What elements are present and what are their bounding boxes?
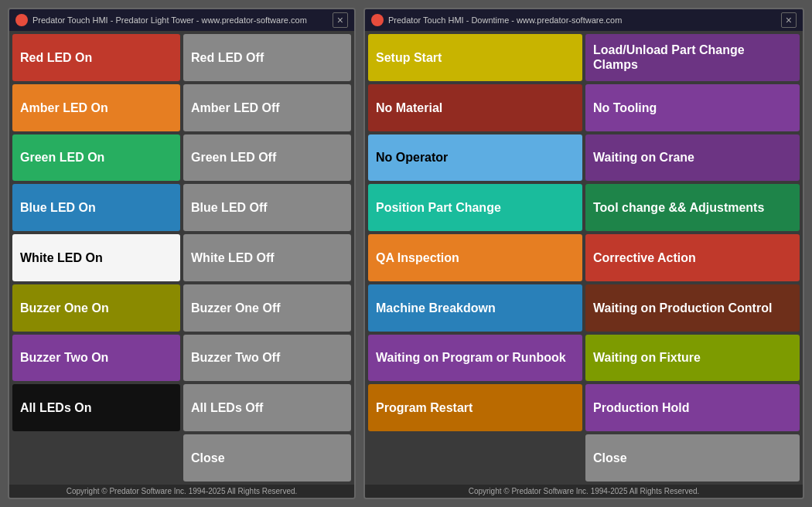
left-btn-14[interactable]: All LEDs On	[12, 384, 180, 431]
left-btn-8[interactable]: White LED On	[12, 234, 180, 281]
right-btn-6[interactable]: Position Part Change	[368, 184, 582, 231]
right-btn-0[interactable]: Setup Start	[368, 34, 582, 81]
left-btn-5[interactable]: Green LED Off	[183, 134, 351, 182]
right-window-icon	[371, 14, 384, 26]
right-btn-17[interactable]: Close	[585, 434, 800, 481]
right-footer: Copyright © Predator Software Inc. 1994-…	[365, 485, 803, 498]
left-btn-3[interactable]: Amber LED Off	[183, 84, 351, 131]
right-close-button[interactable]: ×	[781, 12, 797, 28]
left-btn-16	[12, 434, 180, 481]
left-btn-15[interactable]: All LEDs Off	[183, 384, 351, 431]
left-btn-11[interactable]: Buzzer One Off	[183, 284, 351, 332]
right-btn-5[interactable]: Waiting on Crane	[585, 134, 800, 182]
left-title-text: Predator Touch HMI - Predator Light Towe…	[32, 15, 328, 25]
right-btn-8[interactable]: QA Inspection	[368, 234, 582, 281]
right-btn-2[interactable]: No Material	[368, 84, 582, 131]
right-btn-16	[368, 434, 582, 481]
left-btn-9[interactable]: White LED Off	[183, 234, 351, 281]
left-window-icon	[15, 14, 28, 26]
right-btn-14[interactable]: Program Restart	[368, 384, 582, 431]
right-window: Predator Touch HMI - Downtime - www.pred…	[363, 8, 804, 499]
left-btn-17[interactable]: Close	[183, 434, 351, 481]
right-btn-13[interactable]: Waiting on Fixture	[585, 335, 800, 382]
right-btn-9[interactable]: Corrective Action	[585, 234, 800, 281]
left-btn-13[interactable]: Buzzer Two Off	[183, 335, 351, 382]
right-btn-4[interactable]: No Operator	[368, 134, 582, 182]
right-btn-3[interactable]: No Tooling	[585, 84, 800, 131]
left-btn-0[interactable]: Red LED On	[12, 34, 180, 81]
right-title-bar: Predator Touch HMI - Downtime - www.pred…	[365, 9, 803, 31]
right-btn-10[interactable]: Machine Breakdown	[368, 284, 582, 332]
left-window: Predator Touch HMI - Predator Light Towe…	[8, 8, 356, 499]
left-btn-7[interactable]: Blue LED Off	[183, 184, 351, 231]
right-btn-11[interactable]: Waiting on Production Control	[585, 284, 800, 332]
left-btn-12[interactable]: Buzzer Two On	[12, 335, 180, 382]
left-button-grid: Red LED OnRed LED OffAmber LED OnAmber L…	[9, 31, 354, 485]
left-btn-4[interactable]: Green LED On	[12, 134, 180, 182]
right-btn-15[interactable]: Production Hold	[585, 384, 800, 431]
left-btn-6[interactable]: Blue LED On	[12, 184, 180, 231]
left-btn-10[interactable]: Buzzer One On	[12, 284, 180, 332]
right-title-text: Predator Touch HMI - Downtime - www.pred…	[388, 15, 776, 25]
left-title-bar: Predator Touch HMI - Predator Light Towe…	[9, 9, 354, 31]
left-footer: Copyright © Predator Software Inc. 1994-…	[9, 485, 354, 498]
right-btn-1[interactable]: Load/Unload Part Change Clamps	[585, 34, 800, 81]
right-btn-12[interactable]: Waiting on Program or Runbook	[368, 335, 582, 382]
right-button-grid: Setup StartLoad/Unload Part Change Clamp…	[365, 31, 803, 485]
left-btn-1[interactable]: Red LED Off	[183, 34, 351, 81]
left-btn-2[interactable]: Amber LED On	[12, 84, 180, 131]
left-close-button[interactable]: ×	[333, 12, 348, 28]
right-btn-7[interactable]: Tool change && Adjustments	[585, 184, 800, 231]
